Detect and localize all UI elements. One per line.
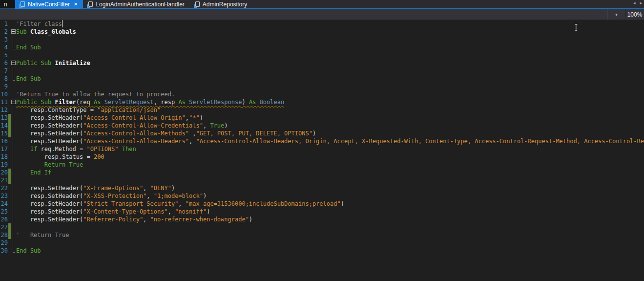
fold-guide-line <box>13 176 13 184</box>
fold-column <box>11 216 16 223</box>
scroll-left-icon[interactable]: ◄ <box>632 1 636 5</box>
scroll-right-icon[interactable]: ► <box>639 1 643 5</box>
chevron-down-icon[interactable]: ▾ <box>607 9 625 20</box>
code-line[interactable]: 5 <box>0 51 644 59</box>
fold-column <box>11 36 16 43</box>
token-plain <box>119 146 122 152</box>
code-line[interactable]: 16 resp.SetHeader("Access-Control-Allow-… <box>0 137 644 145</box>
token-str: "OPTIONS" <box>87 146 119 152</box>
code-line[interactable]: 14 resp.SetHeader("Access-Control-Allow-… <box>0 122 644 130</box>
code-line[interactable]: 30End Sub <box>0 247 644 255</box>
token-plain: , <box>186 114 189 121</box>
token-kw: End If <box>30 169 51 176</box>
token-kw: Return True <box>44 161 83 168</box>
tab-adminrepository[interactable]: AdminRepository <box>190 0 252 8</box>
token-kw: Then <box>122 146 136 152</box>
token-plain: resp.SetHeader( <box>16 122 83 129</box>
code-text: resp.SetHeader("Referrer-Policy", "no-re… <box>16 216 252 223</box>
token-plain: ) <box>312 130 316 137</box>
code-text: Return True <box>16 161 83 169</box>
fold-column <box>11 184 16 192</box>
token-plain: ) <box>242 99 249 106</box>
code-line[interactable]: 26 resp.SetHeader("Referrer-Policy", "no… <box>0 216 644 223</box>
code-line[interactable]: 18 resp.Status = 200 <box>0 153 644 161</box>
code-line[interactable]: 4End Sub <box>0 43 644 51</box>
token-str: "nosniff" <box>175 208 207 215</box>
zoom-level-indicator[interactable]: 100% <box>625 9 644 20</box>
code-line[interactable]: 13 resp.SetHeader("Access-Control-Allow-… <box>0 114 644 122</box>
token-str: "X-Frame-Options" <box>83 185 143 192</box>
token-type: ServletResponse <box>186 99 242 106</box>
fold-column <box>11 200 16 208</box>
code-line[interactable]: 1'Filter class <box>0 20 644 28</box>
code-line[interactable]: 25 resp.SetHeader("X-Content-Type-Option… <box>0 208 644 216</box>
code-line[interactable]: 9 <box>0 83 644 90</box>
code-line[interactable]: 15 resp.SetHeader("Access-Control-Allow-… <box>0 130 644 137</box>
code-line[interactable]: 12 resp.ContentType = "application/json" <box>0 106 644 114</box>
fold-guide-line <box>13 67 13 75</box>
token-plain <box>16 161 44 168</box>
code-line[interactable]: 27 <box>0 223 644 231</box>
close-icon[interactable]: ✕ <box>74 2 78 7</box>
fold-collapse-icon[interactable] <box>11 61 16 65</box>
line-number: 13 <box>0 114 8 122</box>
code-line[interactable]: 24 resp.SetHeader("Strict-Transport-Secu… <box>0 200 644 208</box>
token-comment: 'Return True to allow the request to pro… <box>16 91 175 98</box>
text-caret <box>62 20 62 27</box>
token-kw: End Sub <box>16 44 41 51</box>
fold-guide-line <box>13 153 13 161</box>
fold-column <box>11 223 16 231</box>
token-comment: 'Filter class <box>16 21 62 27</box>
code-line[interactable]: 19 Return True <box>0 161 644 169</box>
fold-column <box>11 130 16 137</box>
code-line[interactable]: 20 End If <box>0 169 644 176</box>
code-line[interactable]: 11Public Sub Filter(req As ServletReques… <box>0 98 644 106</box>
code-editor[interactable]: 1'Filter class2Sub Class_Globals34End Su… <box>0 20 644 281</box>
line-number: 25 <box>0 208 8 216</box>
tab-scroll-arrows: ◄ ► <box>632 1 643 5</box>
code-line[interactable]: 3 <box>0 36 644 43</box>
line-number: 30 <box>0 247 8 255</box>
code-text: resp.SetHeader("X-XSS-Protection", "1;mo… <box>16 192 207 200</box>
code-line[interactable]: 22 resp.SetHeader("X-Frame-Options", "DE… <box>0 184 644 192</box>
tab-label: AdminRepository <box>203 1 247 8</box>
fold-guide-line <box>13 192 13 200</box>
code-text: End Sub <box>16 247 41 255</box>
code-line[interactable]: 8End Sub <box>0 75 644 83</box>
line-number: 28 <box>0 231 8 239</box>
code-line[interactable]: 23 resp.SetHeader("X-XSS-Protection", "1… <box>0 192 644 200</box>
fold-guide-line <box>13 231 13 239</box>
code-line[interactable]: 29 <box>0 239 644 247</box>
fold-collapse-icon[interactable] <box>11 100 16 104</box>
code-line[interactable]: 6Public Sub Initialize <box>0 59 644 67</box>
token-kw: As <box>94 99 101 106</box>
token-kw: Public Sub <box>16 99 51 106</box>
token-str: "GET, POST, PUT, DELETE, OPTIONS" <box>196 130 312 137</box>
code-line[interactable]: 17 If req.Method = "OPTIONS" Then <box>0 145 644 153</box>
fold-guide-line <box>13 169 13 176</box>
token-plain: ) <box>171 185 175 192</box>
line-number: 9 <box>0 83 8 90</box>
token-plain: resp.SetHeader( <box>16 114 83 121</box>
code-line[interactable]: 7 <box>0 67 644 75</box>
fold-guide-line <box>13 130 13 137</box>
code-line[interactable]: 28' Return True <box>0 231 644 239</box>
token-kw: Sub <box>16 28 27 35</box>
tab-partial-clipped[interactable]: n <box>0 0 15 8</box>
token-plain <box>16 169 30 176</box>
fold-column <box>11 83 16 90</box>
tab-loginadminauthenticationhandler[interactable]: LoginAdminAuthenticationHandler <box>83 0 189 8</box>
line-number: 14 <box>0 122 8 130</box>
fold-column <box>11 122 16 130</box>
token-kw: Public Sub <box>16 60 51 66</box>
token-plain: , <box>168 208 175 215</box>
ide-window: n NativeCorsFilter ✕ LoginAdminAuthentic… <box>0 0 644 281</box>
code-line[interactable]: 10'Return True to allow the request to p… <box>0 90 644 98</box>
tab-nativecorsfilter[interactable]: NativeCorsFilter ✕ <box>15 0 83 8</box>
token-plain: resp.SetHeader( <box>16 130 83 137</box>
line-number: 10 <box>0 90 8 98</box>
code-line[interactable]: 21 <box>0 176 644 184</box>
fold-collapse-icon[interactable] <box>11 29 16 34</box>
code-line[interactable]: 2Sub Class_Globals <box>0 28 644 36</box>
fold-guide-line <box>13 36 13 43</box>
